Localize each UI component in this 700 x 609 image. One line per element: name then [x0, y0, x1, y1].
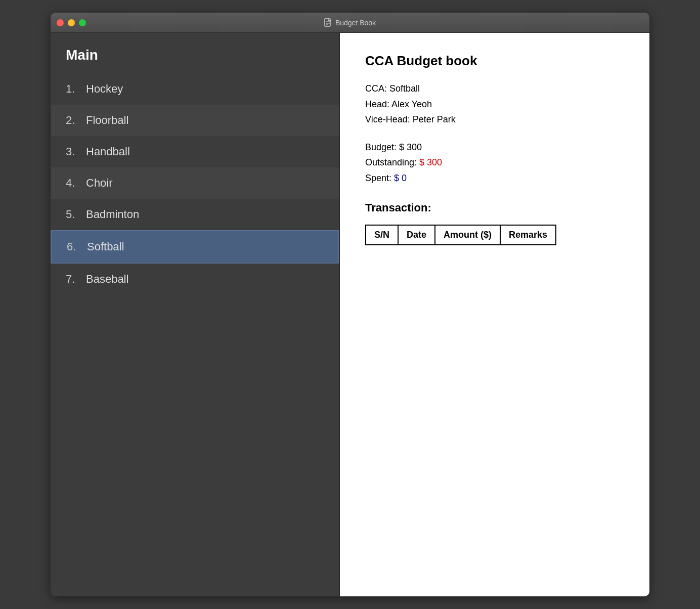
transaction-table: S/N Date Amount ($) Remarks [365, 225, 556, 245]
sidebar-item-choir[interactable]: 4. Choir [51, 167, 339, 199]
budget-book-title: CCA Budget book [365, 53, 624, 69]
outstanding-label: Outstanding: [365, 157, 419, 167]
spent-label: Spent: [365, 173, 394, 183]
item-number-7: 7. [66, 273, 86, 286]
item-number-2: 2. [66, 114, 86, 127]
sidebar-header: Main [51, 43, 339, 73]
table-header-row: S/N Date Amount ($) Remarks [366, 225, 556, 245]
item-label-handball: Handball [86, 145, 130, 158]
sidebar-item-floorball[interactable]: 2. Floorball [51, 105, 339, 136]
item-number-4: 4. [66, 177, 86, 190]
sidebar: Main 1. Hockey 2. Floorball 3. Handball … [51, 33, 339, 596]
vice-head-value: Peter Park [413, 114, 456, 124]
cca-value: Softball [389, 83, 420, 94]
head-line: Head: Alex Yeoh [365, 97, 624, 112]
vice-head-line: Vice-Head: Peter Park [365, 112, 624, 127]
sidebar-item-hockey[interactable]: 1. Hockey [51, 73, 339, 105]
item-label-choir: Choir [86, 177, 113, 190]
budget-line: Budget: $ 300 [365, 140, 624, 155]
window-controls [57, 19, 86, 26]
budget-label: Budget: $ 300 [365, 142, 422, 152]
main-window: Budget Book Main 1. Hockey 2. Floorball … [51, 13, 649, 596]
svg-rect-0 [325, 19, 330, 26]
maximize-button[interactable] [79, 19, 86, 26]
item-label-softball: Softball [87, 240, 124, 253]
transaction-title: Transaction: [365, 201, 624, 214]
item-number-3: 3. [66, 145, 86, 158]
window-title: Budget Book [324, 18, 376, 27]
head-value: Alex Yeoh [391, 99, 432, 109]
outstanding-value: $ 300 [419, 157, 442, 167]
spent-line: Spent: $ 0 [365, 170, 624, 186]
sidebar-item-softball[interactable]: 6. Softball [51, 230, 339, 264]
finance-section: Budget: $ 300 Outstanding: $ 300 Spent: … [365, 140, 624, 186]
col-sn: S/N [366, 225, 398, 245]
head-label: Head: [365, 99, 391, 109]
sidebar-item-badminton[interactable]: 5. Badminton [51, 199, 339, 230]
table-header: S/N Date Amount ($) Remarks [366, 225, 556, 245]
col-date: Date [398, 225, 435, 245]
window-content: Main 1. Hockey 2. Floorball 3. Handball … [51, 33, 649, 596]
item-label-hockey: Hockey [86, 82, 123, 96]
col-amount: Amount ($) [435, 225, 500, 245]
item-number-1: 1. [66, 82, 86, 96]
item-label-badminton: Badminton [86, 208, 139, 221]
outstanding-line: Outstanding: $ 300 [365, 155, 624, 170]
main-content-area: CCA Budget book CCA: Softball Head: Alex… [340, 33, 649, 596]
col-remarks: Remarks [500, 225, 556, 245]
sidebar-item-baseball[interactable]: 7. Baseball [51, 264, 339, 295]
cca-line: CCA: Softball [365, 81, 624, 97]
titlebar: Budget Book [51, 13, 649, 33]
title-text: Budget Book [335, 19, 376, 27]
item-number-6: 6. [67, 240, 87, 253]
vice-head-label: Vice-Head: [365, 114, 413, 124]
document-icon [324, 18, 332, 27]
item-number-5: 5. [66, 208, 86, 221]
close-button[interactable] [57, 19, 64, 26]
minimize-button[interactable] [68, 19, 75, 26]
cca-label: CCA: [365, 83, 389, 94]
item-label-baseball: Baseball [86, 273, 128, 286]
sidebar-item-handball[interactable]: 3. Handball [51, 136, 339, 167]
item-label-floorball: Floorball [86, 114, 128, 127]
spent-value: $ 0 [394, 173, 407, 183]
info-section: CCA: Softball Head: Alex Yeoh Vice-Head:… [365, 81, 624, 127]
